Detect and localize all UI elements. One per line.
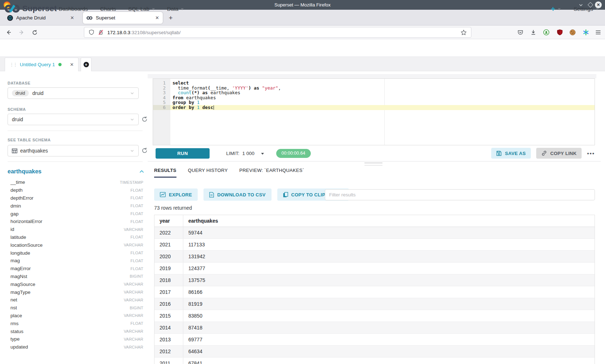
column-row[interactable]: updatedVARCHAR <box>10 343 143 351</box>
query-tab[interactable]: ⋮⋮ Untitled Query 1 ✕ <box>5 58 79 71</box>
url-bar[interactable]: 172.18.0.3:32108/superset/sqllab/ <box>84 27 471 38</box>
limit-control[interactable]: LIMIT: 1 000 <box>226 151 264 156</box>
tab-preview-earthquakes[interactable]: PREVIEW: `EARTHQUAKES` <box>239 168 304 178</box>
pocket-icon[interactable] <box>516 28 524 36</box>
column-row[interactable]: statusVARCHAR <box>10 327 143 335</box>
column-row[interactable]: rmsFLOAT <box>10 319 143 327</box>
column-name: gap <box>10 211 19 217</box>
header-year[interactable]: year <box>154 215 183 227</box>
schema-select[interactable]: druid <box>8 114 139 125</box>
caret-down-icon[interactable] <box>261 153 264 155</box>
table-select[interactable]: earthquakes <box>8 145 139 156</box>
refresh-schema-icon[interactable] <box>141 116 148 123</box>
table-row[interactable]: 201487418 <box>154 322 595 334</box>
code-line[interactable]: select <box>170 81 595 86</box>
cookie-extension-icon[interactable] <box>569 28 577 36</box>
sql-editor[interactable]: 123456 select time_format(__time, 'YYYY'… <box>153 78 595 145</box>
nav-item-sql-lab[interactable]: SQL Lab <box>128 6 155 12</box>
table-row[interactable]: 201681919 <box>154 298 595 310</box>
table-row[interactable]: 202259744 <box>154 227 595 239</box>
table-row[interactable]: 2020131942 <box>154 251 595 263</box>
run-button[interactable]: RUN <box>156 148 210 159</box>
cell-earthquakes: 67841 <box>183 358 595 364</box>
table-section-title[interactable]: earthquakes <box>8 168 41 175</box>
column-row[interactable]: locationSourceVARCHAR <box>10 241 143 249</box>
column-name: nst <box>10 305 17 310</box>
shield-icon[interactable] <box>89 29 94 35</box>
table-row[interactable]: 2018137575 <box>154 274 595 286</box>
table-row[interactable]: 201264634 <box>154 346 595 358</box>
chevron-down-icon <box>130 149 134 153</box>
table-row[interactable]: 201369777 <box>154 334 595 346</box>
column-row[interactable]: depthErrorFLOAT <box>10 194 143 202</box>
column-row[interactable]: nstBIGINT <box>10 304 143 312</box>
menu-icon[interactable] <box>594 28 602 36</box>
table-row[interactable]: 201167841 <box>154 358 595 364</box>
code-line[interactable]: group by 1 <box>170 100 595 105</box>
back-icon[interactable] <box>5 28 13 36</box>
copy-link-button[interactable]: COPY LINK <box>536 148 582 159</box>
column-row[interactable]: __timeTIMESTAMP <box>10 178 143 186</box>
column-row[interactable]: magFLOAT <box>10 257 143 265</box>
column-row[interactable]: gapFLOAT <box>10 210 143 218</box>
bookmark-star-icon[interactable] <box>461 29 467 36</box>
add-new-button[interactable]: + <box>551 5 561 13</box>
query-tab-label[interactable]: Untitled Query 1 <box>20 62 55 67</box>
column-row[interactable]: dminFLOAT <box>10 202 143 210</box>
code-line[interactable]: order by 1 desc <box>170 105 595 110</box>
add-query-tab-button[interactable]: + <box>81 58 91 71</box>
results-table-header[interactable]: year earthquakes <box>154 215 595 227</box>
cell-earthquakes: 64634 <box>183 346 595 357</box>
table-row[interactable]: 201583850 <box>154 310 595 322</box>
explore-button[interactable]: EXPLORE <box>154 188 198 201</box>
editor-code[interactable]: select time_format(__time, 'YYYY') as "y… <box>170 81 595 110</box>
chart-line-icon <box>160 192 166 197</box>
table-row[interactable]: 201786166 <box>154 286 595 298</box>
nav-item-charts[interactable]: Charts <box>100 6 116 12</box>
nav-item-dashboards[interactable]: Dashboards <box>59 6 88 12</box>
table-row[interactable]: 2019124377 <box>154 263 595 274</box>
more-options-icon[interactable]: ••• <box>587 150 595 156</box>
extension-asterisk-icon[interactable] <box>582 28 590 36</box>
close-query-tab-icon[interactable]: ✕ <box>70 62 74 67</box>
column-row[interactable]: placeVARCHAR <box>10 312 143 320</box>
column-row[interactable]: horizontalErrorFLOAT <box>10 218 143 226</box>
refresh-tables-icon[interactable] <box>141 147 148 154</box>
column-row[interactable]: magErrorFLOAT <box>10 265 143 273</box>
forward-icon[interactable] <box>18 28 26 36</box>
header-earthquakes[interactable]: earthquakes <box>183 215 595 227</box>
table-row[interactable]: 2021117133 <box>154 239 595 251</box>
column-type: VARCHAR <box>124 313 143 318</box>
nav-item-data[interactable]: Data <box>167 6 184 12</box>
superset-logo[interactable]: Superset <box>4 3 57 14</box>
lock-insecure-icon[interactable] <box>98 29 104 35</box>
chevron-up-icon[interactable] <box>139 170 144 173</box>
reload-icon[interactable] <box>31 28 39 36</box>
tab-results[interactable]: RESULTS <box>154 168 176 178</box>
column-row[interactable]: netVARCHAR <box>10 296 143 304</box>
download-csv-button[interactable]: DOWNLOAD TO CSV <box>203 188 271 201</box>
column-row[interactable]: longitudeFLOAT <box>10 249 143 257</box>
database-select[interactable]: druid druid <box>8 87 139 99</box>
cell-earthquakes: 137575 <box>183 274 595 286</box>
settings-menu[interactable]: Settings <box>574 6 599 12</box>
code-line[interactable]: count(*) as earthquakes <box>170 90 595 95</box>
privacy-badger-extension-icon[interactable] <box>542 28 550 36</box>
pane-resize-handle[interactable] <box>364 163 382 165</box>
column-row[interactable]: typeVARCHAR <box>10 335 143 343</box>
column-row[interactable]: magTypeVARCHAR <box>10 288 143 296</box>
filter-results-input[interactable] <box>325 189 595 200</box>
code-line[interactable]: time_format(__time, 'YYYY') as "year", <box>170 86 595 91</box>
column-row[interactable]: magNstBIGINT <box>10 273 143 281</box>
column-row[interactable]: idVARCHAR <box>10 226 143 233</box>
download-icon[interactable] <box>529 28 537 36</box>
column-row[interactable]: depthFLOAT <box>10 186 143 194</box>
code-line[interactable]: from earthquakes <box>170 95 595 100</box>
column-row[interactable]: latitudeFLOAT <box>10 233 143 241</box>
drag-handle-icon[interactable]: ⋮⋮ <box>9 62 17 67</box>
ublock-extension-icon[interactable] <box>556 28 564 36</box>
url-text[interactable]: 172.18.0.3:32108/superset/sqllab/ <box>107 30 180 35</box>
column-row[interactable]: magSourceVARCHAR <box>10 280 143 288</box>
save-as-button[interactable]: SAVE AS <box>491 148 531 159</box>
tab-query-history[interactable]: QUERY HISTORY <box>188 168 228 178</box>
